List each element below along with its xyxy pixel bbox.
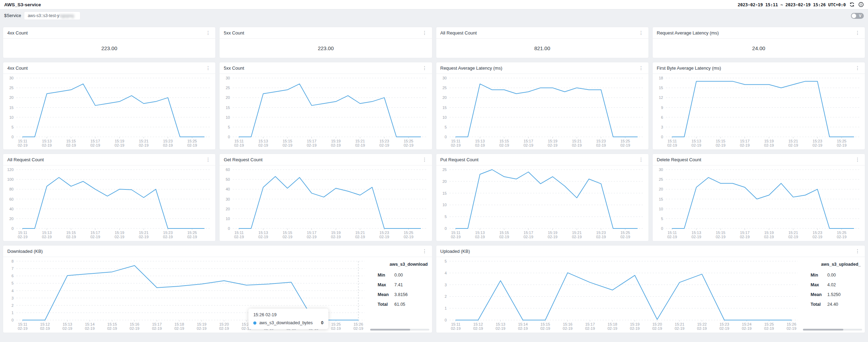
tooltip-series-name: aws_s3_downloaded_bytes [259, 320, 313, 325]
svg-text:15:2302-19: 15:2302-19 [812, 231, 822, 239]
svg-text:15:2102-19: 15:2102-19 [788, 139, 798, 147]
series-dot-icon [253, 321, 256, 325]
svg-text:0: 0 [444, 226, 446, 231]
svg-text:2: 2 [11, 303, 14, 308]
kebab-menu-icon[interactable] [854, 30, 861, 35]
svg-text:5: 5 [444, 125, 446, 129]
kebab-menu-icon[interactable] [422, 157, 428, 162]
svg-text:7: 7 [11, 266, 14, 271]
time-range[interactable]: 2023-02-19 15:11 ~ 2023-02-19 15:26 UTC+… [738, 2, 846, 7]
kebab-menu-icon[interactable] [205, 157, 211, 162]
line-chart[interactable]: 02040608010012015:1102-1915:1302-1915:15… [3, 165, 215, 241]
svg-text:15:1502-19: 15:1502-19 [282, 231, 292, 239]
svg-text:15:2502-19: 15:2502-19 [620, 139, 630, 147]
svg-text:15:1702-19: 15:1702-19 [585, 322, 595, 331]
refresh-icon[interactable] [849, 2, 855, 8]
chart-panel-first-byte-average-latency: First Byte Average Latency (ms) 03691215… [652, 62, 865, 150]
kebab-menu-icon[interactable] [854, 157, 861, 162]
svg-text:15:2102-19: 15:2102-19 [139, 231, 149, 239]
panel-title: First Byte Average Latency (ms) [657, 65, 721, 71]
svg-text:10: 10 [659, 207, 663, 211]
line-chart[interactable]: 051015202515:1102-1915:1302-1915:1502-19… [436, 165, 648, 241]
line-chart[interactable]: 05101520253015:1102-1915:1302-1915:1502-… [3, 74, 215, 149]
svg-text:15:1302-19: 15:1302-19 [691, 231, 701, 239]
svg-text:0: 0 [661, 135, 663, 139]
svg-text:5: 5 [11, 125, 14, 129]
svg-text:0: 0 [661, 226, 663, 231]
kebab-menu-icon[interactable] [854, 65, 861, 70]
svg-text:15:2502-19: 15:2502-19 [404, 139, 413, 147]
line-chart[interactable]: 036912151815:1102-1915:1302-1915:1502-19… [653, 74, 865, 149]
stat-value: 821.00 [436, 39, 648, 58]
line-chart[interactable]: 05101520253015:1102-1915:1302-1915:1502-… [220, 74, 432, 149]
svg-text:15:1302-19: 15:1302-19 [475, 231, 485, 239]
panel-title: Delete Request Count [657, 157, 701, 162]
svg-text:120: 120 [7, 168, 14, 172]
kebab-menu-icon[interactable] [422, 65, 428, 70]
legend-stat-label: Mean [378, 292, 395, 297]
svg-text:15:1702-19: 15:1702-19 [90, 231, 100, 239]
svg-text:8: 8 [11, 259, 14, 263]
kebab-menu-icon[interactable] [638, 157, 644, 162]
legend-stat-label: Mean [811, 292, 827, 297]
svg-text:15:1302-19: 15:1302-19 [42, 231, 52, 239]
horizontal-scrollbar[interactable] [803, 329, 862, 331]
svg-text:15:1902-19: 15:1902-19 [548, 231, 557, 239]
svg-text:30: 30 [442, 76, 446, 80]
legend-stat-label: Max [811, 282, 827, 287]
view-toggle[interactable]: V [851, 13, 864, 19]
chart-panel-uploaded-kb: Uploaded (KB) 01234515:1102-1915:1202-19… [436, 245, 866, 333]
kebab-menu-icon[interactable] [422, 30, 428, 35]
svg-text:15:2102-19: 15:2102-19 [572, 139, 581, 147]
scrollbar-thumb[interactable] [370, 329, 411, 331]
stat-panel-all-request-count: All Request Count 821.00 [436, 27, 649, 58]
chart-panel-request-average-latency: Request Average Latency (ms) 05101520253… [436, 62, 649, 150]
svg-text:20: 20 [226, 207, 230, 211]
line-chart[interactable]: 05101520253015:1102-1915:1302-1915:1502-… [436, 74, 648, 149]
svg-text:20: 20 [442, 95, 446, 100]
line-chart[interactable]: 01234515:1102-1915:1202-1915:1302-1915:1… [436, 257, 803, 333]
scrollbar-thumb[interactable] [803, 329, 843, 331]
svg-text:15:1702-19: 15:1702-19 [152, 322, 162, 331]
line-chart[interactable]: 010203040506015:1102-1915:1302-1915:1502… [220, 165, 432, 241]
kebab-menu-icon[interactable] [638, 30, 644, 35]
stat-panel-5xx-count: 5xx Count 223.00 [219, 27, 432, 58]
kebab-menu-icon[interactable] [422, 249, 428, 254]
toggle-knob [852, 14, 856, 18]
kebab-menu-icon[interactable] [205, 65, 211, 70]
svg-text:20: 20 [9, 95, 14, 100]
svg-text:15:2502-19: 15:2502-19 [837, 139, 846, 147]
svg-text:0: 0 [228, 226, 230, 231]
panel-title: All Request Count [440, 30, 477, 36]
svg-text:100: 100 [7, 177, 14, 181]
svg-text:4: 4 [11, 289, 14, 293]
kebab-menu-icon[interactable] [638, 65, 644, 70]
svg-text:4: 4 [444, 271, 446, 275]
kebab-menu-icon[interactable] [205, 30, 211, 35]
svg-text:15:1802-19: 15:1802-19 [174, 322, 184, 331]
stat-panel-4xx-count: 4xx Count 223.00 [3, 27, 216, 58]
chart-panel-put-request-count: Put Request Count 051015202515:1102-1915… [436, 154, 649, 241]
chart-legend: aws_s3_uploaded_ Min0.00 Max4.02 Mean1.5… [802, 257, 865, 333]
svg-text:15:1702-19: 15:1702-19 [740, 139, 749, 147]
chart-panel-get-request-count: Get Request Count 010203040506015:1102-1… [219, 154, 432, 241]
svg-text:5: 5 [11, 281, 14, 285]
svg-text:15: 15 [659, 86, 663, 90]
service-select-input[interactable]: aws-s3::s3-test-yngpgwg [24, 12, 80, 20]
line-chart[interactable]: 05101520253015:1102-1915:1302-1915:1502-… [653, 165, 865, 241]
info-icon[interactable] [858, 2, 864, 8]
line-chart[interactable]: 01234567815:1102-1915:1202-1915:1302-191… [3, 257, 369, 333]
svg-text:0: 0 [228, 135, 230, 139]
svg-text:30: 30 [659, 168, 663, 172]
svg-text:15:2502-19: 15:2502-19 [187, 231, 197, 239]
svg-text:25: 25 [442, 86, 446, 90]
svg-text:15:1702-19: 15:1702-19 [523, 231, 533, 239]
svg-text:15:1502-19: 15:1502-19 [282, 139, 292, 147]
legend-stat-value: 4.02 [827, 282, 836, 287]
svg-text:15:2502-19: 15:2502-19 [837, 231, 846, 239]
svg-text:10: 10 [442, 203, 446, 207]
svg-text:15:1302-19: 15:1302-19 [495, 322, 505, 331]
horizontal-scrollbar[interactable] [370, 329, 429, 331]
kebab-menu-icon[interactable] [854, 249, 861, 254]
svg-text:15:1502-19: 15:1502-19 [716, 139, 725, 147]
